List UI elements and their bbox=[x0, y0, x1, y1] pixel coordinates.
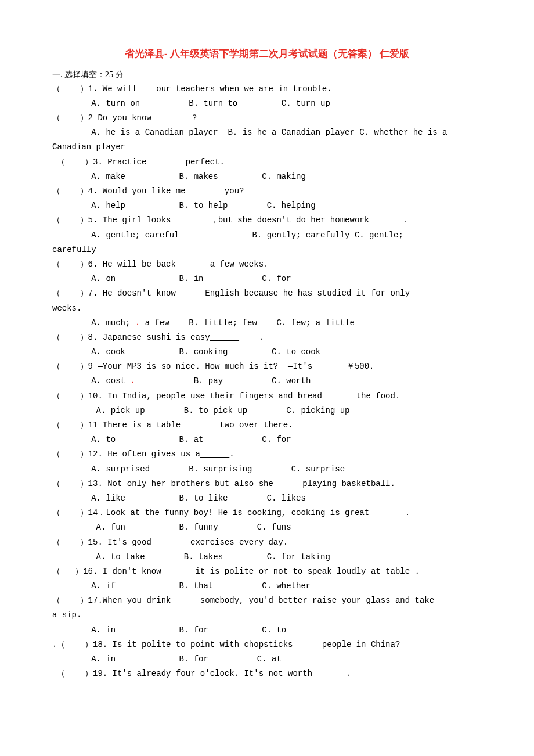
question-14: （ ）14．Look at the funny boy! He is cooki… bbox=[52, 506, 482, 520]
question-10: （ ）10. In India, people use their finger… bbox=[52, 389, 482, 404]
question-15-options: A. to take B. takes C. for taking bbox=[52, 550, 482, 564]
question-17-options: A. in B. for C. to bbox=[52, 623, 482, 638]
question-7-continuation: weeks. bbox=[52, 301, 482, 316]
question-9-options: A. cost . B. pay C. worth bbox=[52, 374, 482, 388]
section-header: 一. 选择填空：25 分 bbox=[52, 67, 482, 82]
question-10-options: A. pick up B. to pick up C. picking up bbox=[52, 404, 482, 418]
question-15: （ ）15. It's good exercises every day. bbox=[52, 535, 482, 550]
question-4: （ ）4. Would you like me you? bbox=[52, 184, 482, 199]
question-12-options: A. surprised B. surprising C. surprise bbox=[52, 462, 482, 477]
question-4-options: A. help B. to help C. helping bbox=[52, 199, 482, 213]
question-6-options: A. on B. in C. for bbox=[52, 272, 482, 286]
question-16-options: A. if B. that C. whether bbox=[52, 579, 482, 593]
question-17-continuation: a sip. bbox=[52, 608, 482, 622]
question-5-options: A. gentle; careful B. gently; carefully … bbox=[52, 228, 482, 243]
question-2-options: A. he is a Canadian player B. is he a Ca… bbox=[52, 125, 482, 140]
question-11-options: A. to B. at C. for bbox=[52, 433, 482, 447]
question-16: （ ）16. I don't know it is polite or not … bbox=[52, 564, 482, 579]
question-14-options: A. fun B. funny C. funs bbox=[52, 520, 482, 535]
question-11: （ ）11 There is a table two over there. bbox=[52, 418, 482, 433]
document-title: 省光泽县- 八年级英语下学期第二次月考试试题（无答案） 仁爱版 bbox=[52, 46, 482, 62]
question-3-options: A. make B. makes C. making bbox=[52, 170, 482, 184]
question-2: （ ）2 Do you know ？ bbox=[52, 111, 482, 125]
question-8-options: A. cook B. cooking C. to cook bbox=[52, 345, 482, 359]
question-6: （ ）6. He will be back a few weeks. bbox=[52, 257, 482, 272]
question-12: （ ）12. He often gives us a . bbox=[52, 447, 482, 462]
questions-container: （ ）1. We will our teachers when we are i… bbox=[52, 82, 482, 682]
question-1-options: A. turn on B. turn to C. turn up bbox=[52, 96, 482, 111]
question-1: （ ）1. We will our teachers when we are i… bbox=[52, 82, 482, 96]
question-3: （ ）3. Practice perfect. bbox=[52, 155, 482, 170]
question-17: （ ）17.When you drink somebody, you'd bet… bbox=[52, 593, 482, 608]
question-8: （ ）8. Japanese sushi is easy . bbox=[52, 330, 482, 345]
question-19: （ ）19. It's already four o'clock. It's n… bbox=[52, 667, 482, 681]
question-18: .（ ）18. Is it polite to point with chops… bbox=[52, 638, 482, 652]
question-5-cont: carefully bbox=[52, 243, 482, 257]
question-18-options: A. in B. for C. at bbox=[52, 652, 482, 667]
question-13-options: A. like B. to like C. likes bbox=[52, 491, 482, 506]
question-5: （ ）5. The girl looks ，but she doesn't do… bbox=[52, 213, 482, 228]
question-9: （ ）9 —Your MP3 is so nice. How much is i… bbox=[52, 359, 482, 374]
question-2-cont: Canadian player bbox=[52, 140, 482, 154]
question-13: （ ）13. Not only her brothers but also sh… bbox=[52, 477, 482, 491]
question-7: （ ）7. He doesn't know English because he… bbox=[52, 286, 482, 301]
question-7-options: A. much; . a few B. little; few C. few; … bbox=[52, 316, 482, 330]
